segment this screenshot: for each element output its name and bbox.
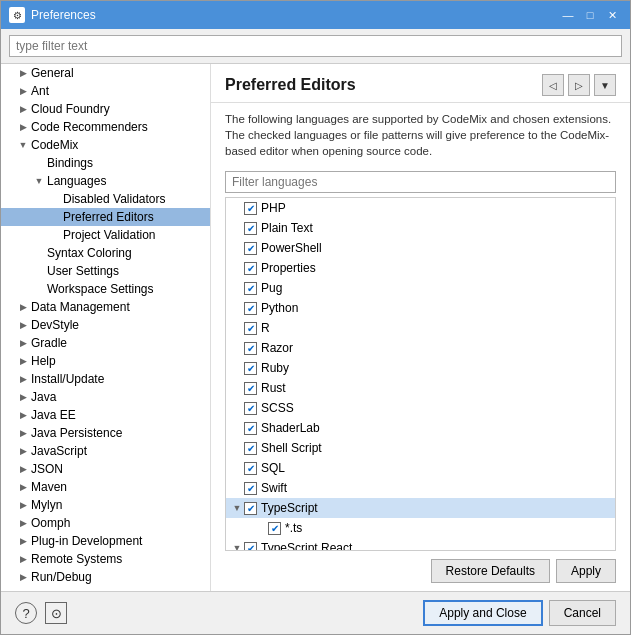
lang-item-properties[interactable]: ▶✔Properties: [226, 258, 615, 278]
lang-item-typescript[interactable]: ▼✔TypeScript: [226, 498, 615, 518]
lang-checkbox-properties[interactable]: ✔: [244, 262, 257, 275]
sidebar-item-general[interactable]: ▶General: [1, 64, 210, 82]
sidebar-item-json[interactable]: ▶JSON: [1, 460, 210, 478]
sidebar-item-code-recommenders[interactable]: ▶Code Recommenders: [1, 118, 210, 136]
sidebar-item-project-validation[interactable]: Project Validation: [1, 226, 210, 244]
languages-list[interactable]: ▶✔PHP▶✔Plain Text▶✔PowerShell▶✔Propertie…: [225, 197, 616, 551]
tree-arrow-ant: ▶: [17, 85, 29, 97]
restore-defaults-button[interactable]: Restore Defaults: [431, 559, 550, 583]
lang-item-typescript-react[interactable]: ▼✔TypeScript React: [226, 538, 615, 551]
panel-description: The following languages are supported by…: [211, 103, 630, 167]
lang-item-shell-script[interactable]: ▶✔Shell Script: [226, 438, 615, 458]
tree-arrow-java: ▶: [17, 391, 29, 403]
tree-arrow-devstyle: ▶: [17, 319, 29, 331]
minimize-button[interactable]: —: [558, 6, 578, 24]
panel-title: Preferred Editors: [225, 76, 356, 94]
sidebar-item-java-persistence[interactable]: ▶Java Persistence: [1, 424, 210, 442]
sidebar-item-ant[interactable]: ▶Ant: [1, 82, 210, 100]
lang-item-ts-ext[interactable]: ✔*.ts: [226, 518, 615, 538]
sidebar-item-bindings[interactable]: Bindings: [1, 154, 210, 172]
close-button[interactable]: ✕: [602, 6, 622, 24]
sidebar-item-install-update[interactable]: ▶Install/Update: [1, 370, 210, 388]
lang-item-python[interactable]: ▶✔Python: [226, 298, 615, 318]
sidebar-label-devstyle: DevStyle: [29, 318, 79, 332]
sidebar-item-mylyn[interactable]: ▶Mylyn: [1, 496, 210, 514]
filter-bar: [211, 167, 630, 197]
sidebar-item-languages[interactable]: ▼Languages: [1, 172, 210, 190]
sidebar-item-cloud-foundry[interactable]: ▶Cloud Foundry: [1, 100, 210, 118]
lang-item-php[interactable]: ▶✔PHP: [226, 198, 615, 218]
search-input[interactable]: [9, 35, 622, 57]
lang-checkbox-plain-text[interactable]: ✔: [244, 222, 257, 235]
lang-expand-razor: ▶: [230, 341, 244, 355]
apply-button[interactable]: Apply: [556, 559, 616, 583]
lang-item-plain-text[interactable]: ▶✔Plain Text: [226, 218, 615, 238]
sidebar-label-code-recommenders: Code Recommenders: [29, 120, 148, 134]
back-button[interactable]: ◁: [542, 74, 564, 96]
lang-checkbox-r[interactable]: ✔: [244, 322, 257, 335]
lang-item-rust[interactable]: ▶✔Rust: [226, 378, 615, 398]
tree-arrow-json: ▶: [17, 463, 29, 475]
help-button[interactable]: ?: [15, 602, 37, 624]
sidebar-label-remote-systems: Remote Systems: [29, 552, 122, 566]
prefs-button[interactable]: ⊙: [45, 602, 67, 624]
lang-name-ts-ext: *.ts: [285, 521, 302, 535]
lang-item-powershell[interactable]: ▶✔PowerShell: [226, 238, 615, 258]
lang-item-ruby[interactable]: ▶✔Ruby: [226, 358, 615, 378]
lang-checkbox-typescript-react[interactable]: ✔: [244, 542, 257, 551]
lang-item-shaderlab[interactable]: ▶✔ShaderLab: [226, 418, 615, 438]
tree-arrow-disabled-validators: [49, 193, 61, 205]
lang-checkbox-shell-script[interactable]: ✔: [244, 442, 257, 455]
lang-expand-shaderlab: ▶: [230, 421, 244, 435]
forward-button[interactable]: ▷: [568, 74, 590, 96]
lang-checkbox-rust[interactable]: ✔: [244, 382, 257, 395]
sidebar-item-workspace-settings[interactable]: Workspace Settings: [1, 280, 210, 298]
sidebar-item-devstyle[interactable]: ▶DevStyle: [1, 316, 210, 334]
lang-name-php: PHP: [261, 201, 286, 215]
sidebar-item-java[interactable]: ▶Java: [1, 388, 210, 406]
lang-checkbox-swift[interactable]: ✔: [244, 482, 257, 495]
maximize-button[interactable]: □: [580, 6, 600, 24]
sidebar-item-oomph[interactable]: ▶Oomph: [1, 514, 210, 532]
lang-checkbox-sql[interactable]: ✔: [244, 462, 257, 475]
lang-checkbox-php[interactable]: ✔: [244, 202, 257, 215]
sidebar-item-gradle[interactable]: ▶Gradle: [1, 334, 210, 352]
dropdown-button[interactable]: ▼: [594, 74, 616, 96]
lang-item-swift[interactable]: ▶✔Swift: [226, 478, 615, 498]
sidebar-item-maven[interactable]: ▶Maven: [1, 478, 210, 496]
sidebar-item-java-ee[interactable]: ▶Java EE: [1, 406, 210, 424]
lang-checkbox-scss[interactable]: ✔: [244, 402, 257, 415]
lang-checkbox-shaderlab[interactable]: ✔: [244, 422, 257, 435]
lang-item-razor[interactable]: ▶✔Razor: [226, 338, 615, 358]
lang-checkbox-ruby[interactable]: ✔: [244, 362, 257, 375]
sidebar-item-user-settings[interactable]: User Settings: [1, 262, 210, 280]
sidebar-item-data-management[interactable]: ▶Data Management: [1, 298, 210, 316]
sidebar-item-remote-systems[interactable]: ▶Remote Systems: [1, 550, 210, 568]
lang-item-pug[interactable]: ▶✔Pug: [226, 278, 615, 298]
lang-checkbox-ts-ext[interactable]: ✔: [268, 522, 281, 535]
window-controls: — □ ✕: [558, 6, 622, 24]
lang-checkbox-powershell[interactable]: ✔: [244, 242, 257, 255]
lang-checkbox-python[interactable]: ✔: [244, 302, 257, 315]
sidebar-item-plug-in-development[interactable]: ▶Plug-in Development: [1, 532, 210, 550]
sidebar-item-preferred-editors[interactable]: Preferred Editors: [1, 208, 210, 226]
sidebar-item-javascript[interactable]: ▶JavaScript: [1, 442, 210, 460]
sidebar-item-disabled-validators[interactable]: Disabled Validators: [1, 190, 210, 208]
sidebar-item-codemix[interactable]: ▼CodeMix: [1, 136, 210, 154]
cancel-button[interactable]: Cancel: [549, 600, 616, 626]
lang-checkbox-typescript[interactable]: ✔: [244, 502, 257, 515]
sidebar-item-run-debug[interactable]: ▶Run/Debug: [1, 568, 210, 586]
sidebar-label-ant: Ant: [29, 84, 49, 98]
apply-and-close-button[interactable]: Apply and Close: [423, 600, 542, 626]
filter-input[interactable]: [225, 171, 616, 193]
lang-checkbox-pug[interactable]: ✔: [244, 282, 257, 295]
sidebar-item-syntax-coloring[interactable]: Syntax Coloring: [1, 244, 210, 262]
lang-checkbox-razor[interactable]: ✔: [244, 342, 257, 355]
sidebar-item-help[interactable]: ▶Help: [1, 352, 210, 370]
lang-item-r[interactable]: ▶✔R: [226, 318, 615, 338]
lang-expand-ruby: ▶: [230, 361, 244, 375]
lang-item-scss[interactable]: ▶✔SCSS: [226, 398, 615, 418]
lang-item-sql[interactable]: ▶✔SQL: [226, 458, 615, 478]
window-icon: ⚙: [9, 7, 25, 23]
tree-arrow-remote-systems: ▶: [17, 553, 29, 565]
